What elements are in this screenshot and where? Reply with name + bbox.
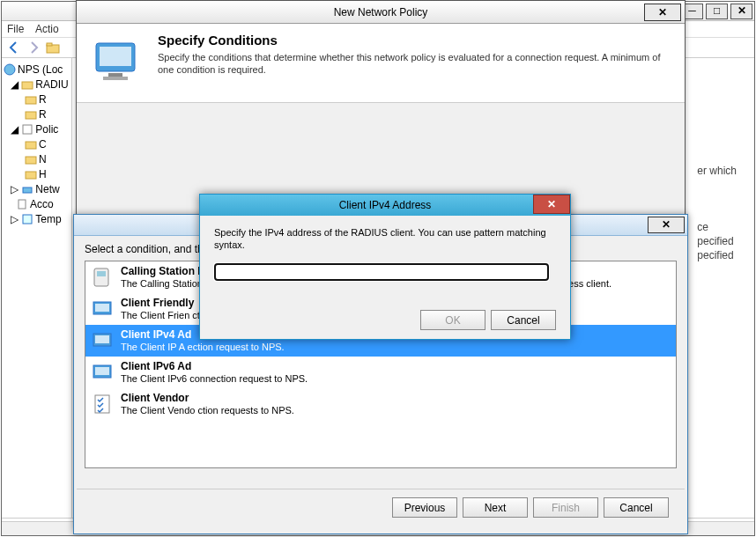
condition-item-client-ipv6[interactable]: Client IPv6 AdThe Client IPv6 connection… — [85, 357, 676, 388]
finish-button: Finish — [533, 497, 598, 518]
svg-rect-5 — [26, 112, 36, 119]
wizard-close-button[interactable]: ✕ — [644, 4, 681, 21]
network-icon — [21, 183, 33, 195]
tree-radius[interactable]: RADIU — [35, 78, 68, 91]
accounting-icon — [16, 198, 28, 210]
computer-icon — [91, 297, 115, 321]
wizard-subtext: Specify the conditions that determine wh… — [158, 51, 672, 76]
folder-icon — [21, 78, 33, 91]
svg-rect-4 — [26, 97, 36, 104]
wizard-title-text: New Network Policy — [334, 6, 428, 18]
ipv4-titlebar: Client IPv4 Address ✕ — [200, 195, 570, 216]
ipv4-instruction: Specify the IPv4 address of the RADIUS c… — [214, 226, 556, 251]
folder-icon[interactable] — [44, 39, 62, 56]
close-button[interactable]: ✕ — [730, 4, 752, 19]
svg-rect-22 — [95, 335, 109, 343]
tree-policies[interactable]: Polic — [35, 123, 58, 136]
background-text: er which ce pecified pecified — [697, 164, 737, 262]
previous-button[interactable]: Previous — [392, 497, 457, 518]
svg-rect-6 — [23, 125, 32, 134]
wizard-header: Specify Conditions Specify the condition… — [77, 24, 685, 103]
svg-rect-7 — [26, 142, 36, 149]
tree-h[interactable]: H — [39, 168, 47, 180]
svg-point-2 — [4, 64, 15, 75]
client-ipv4-dialog: Client IPv4 Address ✕ Specify the IPv4 a… — [199, 194, 571, 340]
tree-acco[interactable]: Acco — [30, 198, 54, 210]
ipv4-ok-button: OK — [420, 310, 485, 330]
folder-icon — [25, 168, 37, 180]
tree-r1[interactable]: R — [39, 93, 47, 106]
svg-rect-10 — [23, 188, 32, 193]
svg-rect-3 — [22, 82, 33, 89]
svg-rect-11 — [19, 200, 26, 209]
back-icon[interactable] — [5, 39, 23, 56]
ipv4-address-input[interactable] — [214, 263, 549, 281]
policies-icon — [21, 123, 33, 136]
templates-icon — [21, 213, 33, 225]
ipv4-close-button[interactable]: ✕ — [533, 195, 570, 214]
condition-item-client-vendor[interactable]: Client VendorThe Client Vendo ction requ… — [85, 388, 676, 420]
computer-icon — [91, 360, 115, 385]
nps-root-icon — [4, 63, 16, 76]
folder-icon — [25, 108, 37, 121]
tree-n[interactable]: N — [39, 153, 47, 166]
ipv4-title-text: Client IPv4 Address — [339, 199, 432, 211]
svg-rect-24 — [95, 367, 109, 375]
folder-icon — [25, 153, 37, 166]
svg-rect-20 — [95, 304, 109, 312]
tree-temp[interactable]: Temp — [35, 213, 61, 225]
phone-icon — [91, 265, 115, 290]
svg-rect-16 — [103, 77, 128, 80]
svg-rect-18 — [97, 271, 106, 276]
ipv4-cancel-button[interactable]: Cancel — [491, 310, 556, 330]
menu-action[interactable]: Actio — [35, 23, 59, 35]
wizard-heading: Specify Conditions — [158, 33, 672, 48]
svg-rect-8 — [26, 157, 36, 164]
folder-icon — [25, 93, 37, 106]
checklist-icon — [91, 392, 115, 416]
menu-file[interactable]: File — [7, 23, 24, 35]
svg-rect-9 — [26, 172, 36, 179]
computer-icon — [91, 328, 115, 353]
svg-rect-15 — [108, 73, 122, 77]
next-button[interactable]: Next — [463, 497, 528, 518]
tree-r2[interactable]: R — [39, 108, 47, 121]
maximize-button[interactable]: □ — [706, 4, 728, 19]
svg-rect-1 — [47, 43, 52, 46]
wizard-cancel-button[interactable]: Cancel — [604, 497, 669, 518]
select-condition-close-button[interactable]: ✕ — [648, 217, 685, 233]
svg-rect-12 — [23, 215, 32, 224]
wizard-header-icon — [89, 33, 145, 89]
tree-c[interactable]: C — [39, 138, 47, 151]
forward-icon[interactable] — [25, 39, 42, 56]
wizard-titlebar: New Network Policy ✕ — [77, 1, 685, 24]
folder-icon — [25, 138, 37, 151]
wizard-footer: Previous Next Finish Cancel — [77, 489, 685, 526]
tree-root[interactable]: NPS (Loc — [18, 63, 63, 76]
svg-rect-14 — [100, 47, 131, 66]
tree-view[interactable]: NPS (Loc ◢ RADIU R R ◢ Polic C N H ▷ Net… — [2, 58, 72, 518]
tree-netw[interactable]: Netw — [35, 183, 59, 195]
